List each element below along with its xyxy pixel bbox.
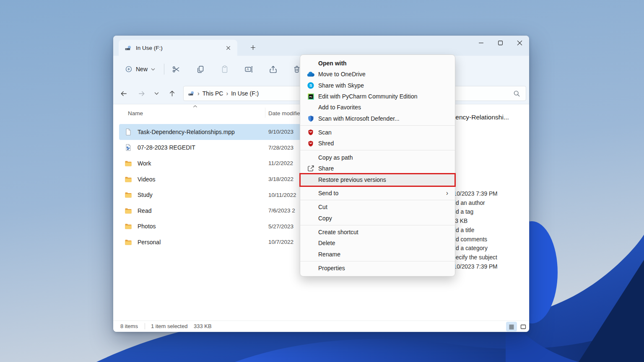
folder-icon — [124, 191, 132, 199]
drive-icon — [188, 90, 195, 97]
menu-item-copy-as-path[interactable]: Copy as path — [300, 152, 455, 163]
back-button[interactable] — [117, 87, 130, 100]
details-view-toggle[interactable] — [506, 322, 517, 331]
titlebar[interactable]: In Use (F:) — [113, 36, 529, 56]
copy-button[interactable] — [192, 62, 209, 77]
menu-item-add-to-favorites[interactable]: Add to Favorites — [300, 102, 455, 113]
breadcrumb-item-drive[interactable]: In Use (F:) — [231, 90, 259, 97]
status-bar: 8 items 1 item selected 333 KB — [113, 321, 529, 332]
no-icon — [306, 251, 315, 258]
chevron-down-icon — [151, 68, 155, 71]
context-menu: Open withMove to OneDriveSShare with Sky… — [300, 54, 455, 277]
menu-item-send-to[interactable]: Send to› — [300, 188, 455, 199]
menu-item-edit-with-pycharm-community-edition[interactable]: PCEdit with PyCharm Community Edition — [300, 91, 455, 102]
details-pane-value[interactable]: Add comments — [449, 235, 498, 244]
no-icon — [306, 103, 315, 111]
registry-file-icon — [124, 143, 132, 152]
submenu-arrow-icon: › — [446, 189, 448, 197]
mcafee-shield-icon — [306, 140, 315, 147]
desktop: In Use (F:) — [0, 0, 644, 362]
share-button[interactable] — [265, 62, 281, 77]
details-pane-value[interactable]: Specify the subject — [449, 253, 498, 262]
paste-button[interactable] — [216, 62, 233, 77]
file-date-modified: 10/11/2022 — [268, 192, 296, 198]
no-icon — [306, 228, 315, 236]
folder-icon — [124, 207, 132, 215]
status-selection-size: 333 KB — [194, 323, 212, 329]
tab-in-use-f[interactable]: In Use (F:) — [119, 40, 237, 56]
menu-separator — [300, 261, 455, 261]
search-icon — [513, 90, 521, 98]
sort-ascending-caret-icon — [192, 104, 198, 109]
column-header-date-modified[interactable]: Date modified — [268, 110, 303, 116]
svg-text:S: S — [309, 83, 312, 88]
no-icon — [306, 59, 315, 67]
menu-item-move-to-onedrive[interactable]: Move to OneDrive — [300, 69, 455, 80]
menu-item-restore-previous-versions[interactable]: Restore previous versions — [300, 174, 455, 186]
details-pane-value[interactable]: Add an author — [449, 199, 498, 208]
up-button[interactable] — [166, 87, 178, 100]
large-icons-view-toggle[interactable] — [518, 322, 529, 331]
share-icon — [306, 165, 315, 172]
details-pane-value[interactable]: Add a title — [449, 226, 498, 235]
menu-item-copy[interactable]: Copy — [300, 213, 455, 224]
file-date-modified: 7/28/2023 — [268, 145, 293, 151]
menu-item-share[interactable]: Share — [300, 163, 455, 174]
pycharm-icon: PC — [306, 93, 315, 100]
minimize-button[interactable] — [471, 36, 491, 50]
menu-item-open-with[interactable]: Open with — [300, 58, 455, 69]
maximize-button[interactable] — [491, 36, 510, 50]
cut-button[interactable] — [168, 62, 184, 77]
onedrive-icon — [306, 70, 315, 78]
column-header-name[interactable]: Name — [128, 110, 143, 116]
new-button[interactable]: New — [121, 62, 159, 76]
file-date-modified: 9/10/2023 — [268, 129, 293, 135]
defender-shield-icon — [306, 115, 315, 122]
menu-item-share-with-skype[interactable]: SShare with Skype — [300, 80, 455, 91]
plus-circle-icon — [125, 65, 132, 73]
svg-text:PC: PC — [309, 95, 312, 98]
breadcrumb-item-this-pc[interactable]: This PC — [203, 90, 223, 97]
file-name: Read — [138, 207, 151, 214]
details-pane-value: 333 KB — [449, 217, 498, 226]
menu-item-shred[interactable]: Shred — [300, 138, 455, 149]
file-date-modified: 11/2/2022 — [268, 160, 293, 166]
status-selection: 1 item selected — [151, 323, 187, 329]
file-name: Personal — [138, 239, 161, 246]
rename-button[interactable]: A — [240, 62, 257, 77]
share-toolbar-icon — [269, 65, 278, 74]
file-name: 07-28-2023 REGEDIT — [138, 144, 195, 151]
file-date-modified: 5/27/2023 — [268, 223, 293, 230]
no-icon — [306, 215, 315, 222]
menu-separator — [300, 200, 455, 200]
file-name: Photos — [138, 223, 156, 230]
no-icon — [306, 239, 315, 247]
no-icon — [306, 203, 315, 211]
close-button[interactable] — [510, 36, 529, 50]
menu-item-scan[interactable]: Scan — [300, 127, 455, 138]
drive-icon — [125, 44, 132, 52]
menu-item-cut[interactable]: Cut — [300, 202, 455, 212]
folder-icon — [124, 238, 132, 246]
forward-button[interactable] — [135, 87, 148, 100]
menu-item-scan-with-microsoft-defender[interactable]: Scan with Microsoft Defender... — [300, 113, 455, 124]
recent-locations-button[interactable] — [150, 87, 163, 100]
file-date-modified: 7/6/2023 2 — [268, 207, 295, 214]
no-icon — [306, 264, 315, 272]
menu-item-rename[interactable]: Rename — [300, 248, 455, 259]
menu-item-create-shortcut[interactable]: Create shortcut — [300, 227, 455, 238]
file-name: Study — [138, 191, 153, 198]
column-divider[interactable] — [265, 108, 265, 118]
mpp-file-icon — [124, 128, 132, 136]
new-tab-button[interactable] — [247, 41, 259, 53]
toolbar-divider — [164, 64, 164, 75]
menu-item-delete[interactable]: Delete — [300, 238, 455, 248]
details-pane-value[interactable]: Add a category — [449, 244, 498, 253]
file-date-modified: 3/18/2022 — [268, 176, 293, 182]
details-pane-value[interactable]: Add a tag — [449, 207, 498, 217]
tab-close-button[interactable] — [223, 43, 233, 53]
file-name: Videos — [138, 176, 156, 183]
no-icon — [306, 176, 315, 184]
copy-icon — [196, 65, 205, 73]
menu-item-properties[interactable]: Properties — [300, 263, 455, 274]
